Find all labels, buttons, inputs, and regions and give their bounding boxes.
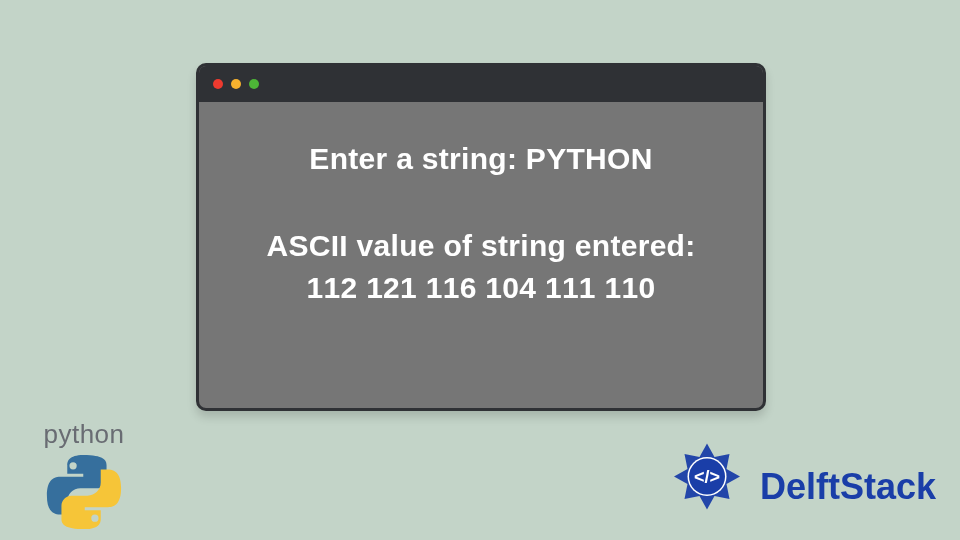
python-icon [39,452,129,532]
result-values: 112 121 116 104 111 110 [219,271,743,305]
terminal-content: Enter a string: PYTHON ASCII value of st… [199,102,763,325]
python-logo: python [14,419,154,532]
terminal-window: Enter a string: PYTHON ASCII value of st… [196,63,766,411]
result-label: ASCII value of string entered: [219,226,743,267]
delftstack-logo-label: DelftStack [760,466,936,508]
delftstack-icon: </> [662,442,752,532]
svg-text:</>: </> [694,467,720,487]
python-logo-label: python [14,419,154,450]
prompt-line: Enter a string: PYTHON [219,142,743,176]
titlebar [199,66,763,102]
delftstack-logo: </> DelftStack [662,442,936,532]
minimize-icon[interactable] [231,79,241,89]
close-icon[interactable] [213,79,223,89]
maximize-icon[interactable] [249,79,259,89]
